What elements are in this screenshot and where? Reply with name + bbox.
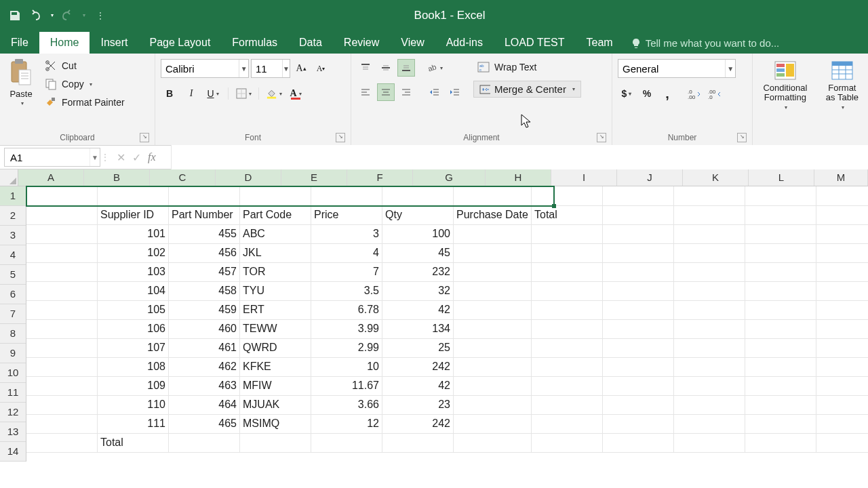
cell-I11[interactable] — [603, 376, 674, 396]
cell-F9[interactable]: 25 — [382, 338, 454, 358]
cell-E2[interactable]: Price — [311, 205, 382, 225]
align-center-button[interactable] — [377, 83, 395, 101]
cell-D8[interactable]: TEWW — [240, 319, 311, 339]
chevron-down-icon[interactable]: ▼ — [282, 60, 290, 77]
row-header-13[interactable]: 13 — [0, 422, 26, 442]
cell-I13[interactable] — [603, 414, 674, 434]
cell-J4[interactable] — [674, 243, 745, 263]
align-right-button[interactable] — [397, 83, 415, 101]
cell-J2[interactable] — [674, 205, 745, 225]
cell-J12[interactable] — [674, 395, 745, 415]
cell-A5[interactable] — [26, 262, 98, 282]
bold-button[interactable]: B — [161, 85, 178, 102]
cell-K6[interactable] — [745, 281, 816, 301]
alignment-dialog-launcher[interactable]: ↘ — [597, 133, 606, 142]
cell-A2[interactable] — [26, 205, 98, 225]
cut-button[interactable]: Cut — [41, 58, 127, 74]
cell-A7[interactable] — [26, 300, 98, 320]
align-bottom-button[interactable] — [397, 59, 415, 77]
comma-format-button[interactable]: , — [658, 85, 676, 102]
cell-I10[interactable] — [603, 357, 674, 377]
cell-A6[interactable] — [26, 281, 98, 301]
font-size-input[interactable] — [252, 60, 282, 77]
cell-K13[interactable] — [745, 414, 816, 434]
cell-E11[interactable]: 11.67 — [311, 376, 382, 396]
cell-H13[interactable] — [532, 414, 603, 434]
cell-C12[interactable]: 464 — [169, 395, 240, 415]
cell-C5[interactable]: 457 — [169, 262, 240, 282]
cell-L14[interactable] — [816, 433, 868, 453]
cell-G10[interactable] — [454, 357, 532, 377]
column-header-G[interactable]: G — [413, 169, 486, 186]
cell-A10[interactable] — [26, 357, 98, 377]
cell-B6[interactable]: 104 — [98, 281, 169, 301]
cell-I1[interactable] — [603, 186, 674, 206]
cell-H11[interactable] — [532, 376, 603, 396]
cell-H10[interactable] — [532, 357, 603, 377]
decrease-indent-button[interactable] — [426, 83, 443, 101]
cell-J9[interactable] — [674, 338, 745, 358]
cell-G8[interactable] — [454, 319, 532, 339]
cell-H7[interactable] — [532, 300, 603, 320]
cell-K3[interactable] — [745, 224, 816, 244]
column-header-I[interactable]: I — [551, 169, 617, 186]
cell-C13[interactable]: 465 — [169, 414, 240, 434]
cell-B10[interactable]: 108 — [98, 357, 169, 377]
cell-B1[interactable] — [98, 186, 169, 206]
cell-B13[interactable]: 111 — [98, 414, 169, 434]
row-header-3[interactable]: 3 — [0, 226, 26, 245]
tab-insert[interactable]: Insert — [90, 32, 138, 54]
cell-F2[interactable]: Qty — [382, 205, 454, 225]
cell-B7[interactable]: 105 — [98, 300, 169, 320]
cell-G3[interactable] — [454, 224, 532, 244]
tell-me-search[interactable]: Tell me what you want to do... — [624, 33, 787, 54]
spreadsheet-grid[interactable]: ABCDEFGHIJKLM 1234567891011121314 Suppli… — [0, 169, 868, 462]
format-painter-button[interactable]: Format Painter — [41, 94, 127, 110]
font-name-combo[interactable]: ▼ — [161, 59, 249, 78]
cell-F6[interactable]: 32 — [382, 281, 454, 301]
column-header-H[interactable]: H — [486, 169, 551, 186]
cell-E12[interactable]: 3.66 — [311, 395, 382, 415]
decrease-decimal-button[interactable]: .00.0 — [706, 85, 724, 102]
cell-J3[interactable] — [674, 224, 745, 244]
cell-K4[interactable] — [745, 243, 816, 263]
column-header-K[interactable]: K — [683, 169, 749, 186]
row-header-7[interactable]: 7 — [0, 304, 26, 324]
number-format-input[interactable] — [618, 60, 725, 77]
cell-G14[interactable] — [454, 433, 532, 453]
tab-file[interactable]: File — [0, 32, 39, 54]
cell-E10[interactable]: 10 — [311, 357, 382, 377]
cell-L12[interactable] — [816, 395, 868, 415]
cell-H3[interactable] — [532, 224, 603, 244]
cell-D7[interactable]: ERT — [240, 300, 311, 320]
cell-A3[interactable] — [26, 224, 98, 244]
cell-A12[interactable] — [26, 395, 98, 415]
increase-font-button[interactable]: A▴ — [292, 60, 310, 77]
cell-L2[interactable] — [816, 205, 868, 225]
cell-C9[interactable]: 461 — [169, 338, 240, 358]
cell-B2[interactable]: Supplier ID — [98, 205, 169, 225]
column-header-M[interactable]: M — [814, 169, 868, 186]
cell-E5[interactable]: 7 — [311, 262, 382, 282]
save-icon[interactable] — [8, 9, 22, 22]
cell-F3[interactable]: 100 — [382, 224, 454, 244]
column-header-A[interactable]: A — [18, 169, 84, 186]
cell-D6[interactable]: TYU — [240, 281, 311, 301]
cell-E13[interactable]: 12 — [311, 414, 382, 434]
clipboard-dialog-launcher[interactable]: ↘ — [140, 133, 149, 142]
tab-home[interactable]: Home — [39, 32, 90, 54]
cell-L1[interactable] — [816, 186, 868, 206]
font-name-input[interactable] — [161, 60, 239, 77]
cell-C2[interactable]: Part Number — [169, 205, 240, 225]
tab-data[interactable]: Data — [288, 32, 333, 54]
cell-F4[interactable]: 45 — [382, 243, 454, 263]
row-header-9[interactable]: 9 — [0, 344, 26, 363]
cell-A9[interactable] — [26, 338, 98, 358]
paste-button[interactable]: Paste ▾ — [5, 56, 37, 108]
tab-formulas[interactable]: Formulas — [221, 32, 288, 54]
cell-I4[interactable] — [603, 243, 674, 263]
cell-G13[interactable] — [454, 414, 532, 434]
cell-F7[interactable]: 42 — [382, 300, 454, 320]
align-left-button[interactable] — [357, 83, 374, 101]
number-format-combo[interactable]: ▼ — [618, 59, 736, 78]
